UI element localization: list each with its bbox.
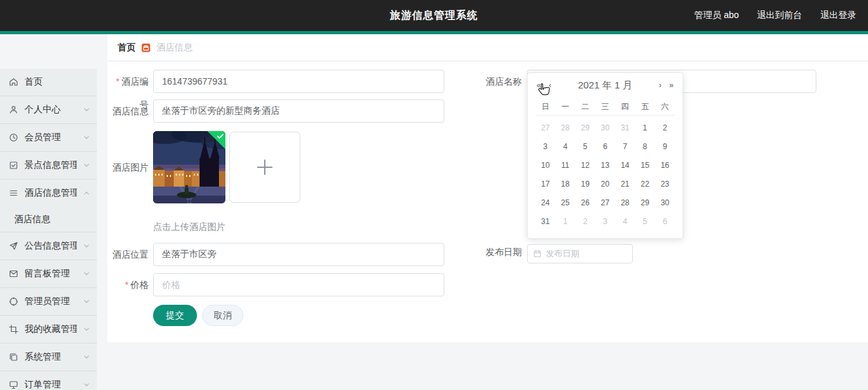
sidebar-item[interactable]: 公告信息管理 — [0, 232, 97, 260]
hotel-id-input[interactable] — [153, 70, 444, 93]
calendar-day[interactable]: 21 — [615, 174, 635, 193]
sidebar-item[interactable]: 首页 — [0, 68, 97, 96]
sidebar-item[interactable]: 管理员管理 — [0, 288, 97, 315]
calendar-day[interactable]: 2 — [655, 118, 675, 137]
chevron-down-icon — [83, 298, 90, 305]
publish-date-placeholder: 发布日期 — [546, 248, 579, 260]
calendar-day[interactable]: 29 — [635, 193, 655, 212]
calendar-day[interactable]: 5 — [575, 137, 595, 156]
hotel-info-input[interactable] — [153, 99, 444, 123]
calendar-day[interactable]: 7 — [615, 137, 635, 156]
calendar-day[interactable]: 10 — [535, 156, 555, 174]
calendar-day[interactable]: 1 — [555, 212, 575, 231]
calendar-day[interactable]: 25 — [555, 193, 575, 212]
calendar-day[interactable]: 20 — [595, 174, 615, 193]
sidebar-item[interactable]: 订单管理 — [0, 371, 97, 390]
calendar-day[interactable]: 6 — [595, 137, 615, 156]
date-picker-popup: « ‹ 2021 年 1 月 › » 日一二三四五六 2728293031123… — [527, 72, 683, 239]
calendar-day[interactable]: 31 — [615, 118, 635, 137]
sidebar-item[interactable]: 我的收藏管理 — [0, 316, 97, 343]
calendar-day[interactable]: 13 — [595, 156, 615, 174]
calendar-day[interactable]: 1 — [635, 118, 655, 137]
calendar-day[interactable]: 4 — [615, 212, 635, 231]
calendar-day[interactable]: 14 — [615, 156, 635, 174]
next-year-button[interactable]: » — [668, 73, 675, 98]
prev-year-button[interactable]: « — [535, 73, 542, 98]
sidebar-item[interactable]: 会员管理 — [0, 124, 97, 151]
calendar-day[interactable]: 15 — [635, 156, 655, 174]
submit-button[interactable]: 提交 — [153, 305, 197, 326]
monitor-icon — [8, 380, 19, 390]
app-window: 旅游信息管理系统 管理员 abo 退出到前台 退出登录 首页个人中心会员管理景点… — [0, 0, 868, 390]
calendar-day[interactable]: 11 — [555, 156, 575, 174]
send-icon — [8, 241, 19, 251]
cancel-button[interactable]: 取消 — [202, 305, 243, 326]
header-links: 管理员 abo 退出到前台 退出登录 — [694, 0, 856, 31]
exit-to-front-link[interactable]: 退出到前台 — [757, 10, 802, 21]
chevron-down-icon — [83, 134, 90, 141]
calendar-day[interactable]: 5 — [635, 212, 655, 231]
weekday-label: 四 — [615, 101, 635, 112]
sidebar-item[interactable]: 系统管理 — [0, 344, 97, 371]
price-label: *价格 — [107, 273, 153, 296]
calendar-weekdays: 日一二三四五六 — [535, 99, 675, 116]
calendar-day[interactable]: 17 — [535, 174, 555, 193]
hotel-location-input[interactable] — [153, 243, 444, 266]
calendar-day[interactable]: 4 — [555, 137, 575, 156]
sidebar-item-label: 公告信息管理 — [25, 240, 77, 252]
hotel-location-label: 酒店位置 — [107, 243, 153, 266]
calendar-day[interactable]: 29 — [575, 118, 595, 137]
logout-link[interactable]: 退出登录 — [820, 10, 856, 21]
calendar-day[interactable]: 2 — [575, 212, 595, 231]
calendar-day[interactable]: 31 — [535, 212, 555, 231]
calendar-day[interactable]: 28 — [615, 193, 635, 212]
sidebar-item-label: 管理员管理 — [25, 296, 70, 307]
calendar-day[interactable]: 24 — [535, 193, 555, 212]
sidebar-item-label: 会员管理 — [25, 132, 61, 143]
chevron-down-icon — [83, 242, 90, 250]
uploaded-hotel-photo[interactable] — [153, 131, 225, 203]
calendar-day[interactable]: 12 — [575, 156, 595, 174]
sidebar-item[interactable]: 留言板管理 — [0, 260, 97, 287]
upload-image-button[interactable] — [229, 132, 300, 203]
calendar-day[interactable]: 3 — [595, 212, 615, 231]
calendar-day[interactable]: 30 — [595, 118, 615, 137]
calendar-day[interactable]: 27 — [535, 118, 555, 137]
calendar-day[interactable]: 27 — [595, 193, 615, 212]
calendar-day[interactable]: 26 — [575, 193, 595, 212]
calendar-day[interactable]: 19 — [575, 174, 595, 193]
calendar-day[interactable]: 16 — [655, 156, 675, 174]
calendar-day[interactable]: 18 — [555, 174, 575, 193]
sidebar-item[interactable]: 酒店信息管理 — [0, 180, 97, 207]
sidebar-item[interactable]: 个人中心 — [0, 96, 97, 123]
breadcrumb: 首页 酒店信息 — [107, 34, 868, 61]
weekday-label: 一 — [555, 101, 575, 112]
publish-date-input[interactable]: 发布日期 — [527, 244, 633, 263]
weekday-label: 日 — [535, 101, 555, 112]
sidebar-subitem-label: 酒店信息 — [14, 214, 50, 224]
sidebar-subitem[interactable]: 酒店信息 — [0, 207, 97, 232]
prev-month-button[interactable]: ‹ — [548, 73, 553, 98]
sidebar: 首页个人中心会员管理景点信息管理酒店信息管理酒店信息公告信息管理留言板管理管理员… — [0, 34, 97, 390]
price-input[interactable] — [153, 273, 444, 296]
chevron-down-icon — [83, 353, 90, 361]
calendar-day[interactable]: 22 — [635, 174, 655, 193]
calendar-icon — [533, 249, 542, 258]
calendar-day[interactable]: 3 — [535, 137, 555, 156]
sidebar-item[interactable]: 景点信息管理 — [0, 152, 97, 179]
calendar-day[interactable]: 30 — [655, 193, 675, 212]
calendar-day[interactable]: 28 — [555, 118, 575, 137]
next-month-button[interactable]: › — [657, 73, 663, 98]
clipboard-icon — [8, 160, 19, 170]
breadcrumb-home[interactable]: 首页 — [118, 42, 136, 54]
list-icon — [8, 188, 19, 198]
current-user[interactable]: 管理员 abo — [694, 10, 739, 21]
calendar-day[interactable]: 6 — [655, 212, 675, 231]
calendar-day[interactable]: 8 — [635, 137, 655, 156]
sidebar-item-label: 我的收藏管理 — [25, 323, 77, 335]
calendar-day[interactable]: 23 — [655, 174, 675, 193]
calendar-day[interactable]: 9 — [655, 137, 675, 156]
chevron-down-icon — [83, 270, 90, 278]
calendar-header: « ‹ 2021 年 1 月 › » — [528, 73, 683, 98]
main-panel: 首页 酒店信息 *酒店编号 酒店信息 酒店图片 — [107, 34, 868, 342]
